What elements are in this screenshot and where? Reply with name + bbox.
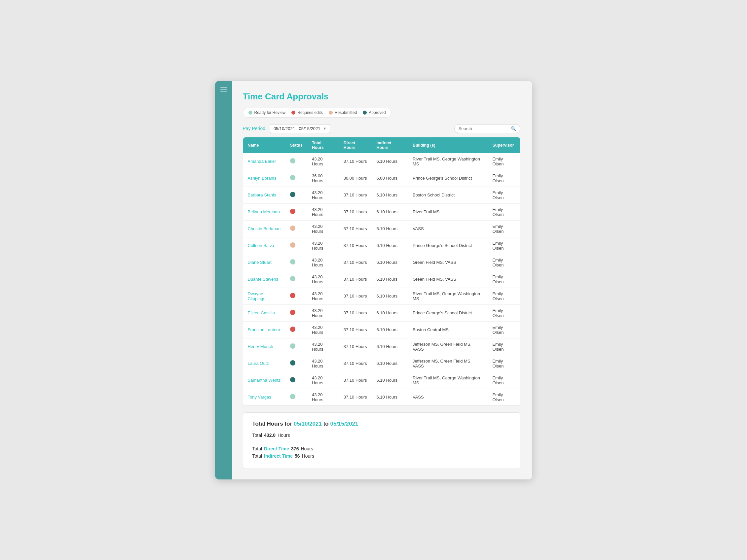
cell-indirect: 6.10 Hours xyxy=(372,153,408,170)
table-row: Dwayne Clippings 43.20 Hours 37.10 Hours… xyxy=(243,288,520,304)
toolbar: Pay Period: 05/10/2021 - 05/15/2021 ▼ 🔍 xyxy=(243,124,520,137)
legend-item-approved: Approved xyxy=(363,110,386,115)
cell-name[interactable]: Diane Stuart xyxy=(243,254,285,271)
totals-card: Total Hours for 05/10/2021 to 05/15/2021… xyxy=(243,412,520,469)
search-input[interactable] xyxy=(459,126,509,131)
direct-unit: Hours xyxy=(301,446,313,451)
table-row: Barbara Stanis 43.20 Hours 37.10 Hours 6… xyxy=(243,187,520,204)
legend: Ready for Review Requires edits Resubmit… xyxy=(243,108,391,117)
cell-indirect: 6.10 Hours xyxy=(372,338,408,355)
status-dot xyxy=(290,377,295,382)
cell-name[interactable]: Barbara Stanis xyxy=(243,187,285,204)
cell-indirect: 6.10 Hours xyxy=(372,389,408,405)
cell-name[interactable]: Christie Berkman xyxy=(243,220,285,237)
table-row: Samantha Wentz 43.20 Hours 37.10 Hours 6… xyxy=(243,372,520,389)
legend-label-ready: Ready for Review xyxy=(254,110,286,115)
cell-status xyxy=(285,170,307,187)
cell-direct: 37.10 Hours xyxy=(339,220,372,237)
totals-date-to-word: to xyxy=(324,421,329,427)
status-dot xyxy=(290,158,295,163)
table-row: Laura Outz 43.20 Hours 37.10 Hours 6.10 … xyxy=(243,355,520,372)
name-link[interactable]: Laura Outz xyxy=(248,361,269,366)
name-link[interactable]: Dwayne Clippings xyxy=(248,291,265,301)
cell-building: Green Field MS, VASS xyxy=(408,271,488,288)
name-link[interactable]: Colleen Salva xyxy=(248,243,274,248)
cell-name[interactable]: Henry Munch xyxy=(243,338,285,355)
name-link[interactable]: Ashlyn Boranis xyxy=(248,176,277,181)
legend-dot-requires xyxy=(291,111,295,114)
cell-supervisor: Emily Olsen xyxy=(488,304,520,321)
cell-total: 43.20 Hours xyxy=(307,288,339,304)
status-dot xyxy=(290,276,295,281)
name-link[interactable]: Christie Berkman xyxy=(248,226,281,231)
cell-total: 43.20 Hours xyxy=(307,304,339,321)
menu-icon[interactable] xyxy=(221,87,227,91)
cell-building: River Trail MS, George Washington MS xyxy=(408,372,488,389)
cell-total: 43.20 Hours xyxy=(307,187,339,204)
cell-status xyxy=(285,304,307,321)
table-row: Francine Lantern 43.20 Hours 37.10 Hours… xyxy=(243,321,520,338)
col-status: Status xyxy=(285,137,307,153)
cell-name[interactable]: Amanda Baker xyxy=(243,153,285,170)
totals-title: Total Hours for 05/10/2021 to 05/15/2021 xyxy=(252,421,511,427)
cell-name[interactable]: Samantha Wentz xyxy=(243,372,285,389)
cell-total: 43.20 Hours xyxy=(307,355,339,372)
status-dot xyxy=(290,343,295,349)
indirect-unit: Hours xyxy=(302,453,314,459)
cell-total: 43.20 Hours xyxy=(307,237,339,254)
total-value: 432.0 xyxy=(264,432,276,438)
cell-name[interactable]: Dwayne Clippings xyxy=(243,288,285,304)
name-link[interactable]: Amanda Baker xyxy=(248,159,276,164)
cell-building: VASS xyxy=(408,389,488,405)
cell-direct: 37.10 Hours xyxy=(339,153,372,170)
cell-name[interactable]: Belinda Mercado xyxy=(243,204,285,220)
app-window: Time Card Approvals Ready for Review Req… xyxy=(215,81,532,479)
status-dot xyxy=(290,209,295,214)
name-link[interactable]: Eileen Castillo xyxy=(248,310,275,315)
table-row: Eileen Castillo 43.20 Hours 37.10 Hours … xyxy=(243,304,520,321)
cell-building: River Trail MS xyxy=(408,204,488,220)
main-content: Time Card Approvals Ready for Review Req… xyxy=(232,81,532,479)
cell-building: Prince George's School District xyxy=(408,170,488,187)
indirect-value: 56 xyxy=(295,453,300,459)
col-building--s-: Building (s) xyxy=(408,137,488,153)
cell-name[interactable]: Laura Outz xyxy=(243,355,285,372)
legend-label-requires: Requires edits xyxy=(297,110,323,115)
totals-label-prefix: Total Hours for xyxy=(252,421,292,427)
cell-building: River Trail MS, George Washington MS xyxy=(408,288,488,304)
totals-direct-row: Total Direct Time 376 Hours xyxy=(252,446,511,451)
legend-item-ready: Ready for Review xyxy=(249,110,286,115)
cell-name[interactable]: Eileen Castillo xyxy=(243,304,285,321)
name-link[interactable]: Samantha Wentz xyxy=(248,378,281,383)
cell-direct: 30.00 Hours xyxy=(339,170,372,187)
status-dot xyxy=(290,360,295,366)
cell-name[interactable]: Duante Stevens xyxy=(243,271,285,288)
pay-period-value: 05/10/2021 - 05/15/2021 xyxy=(274,126,320,131)
cell-supervisor: Emily Olsen xyxy=(488,389,520,405)
cell-status xyxy=(285,321,307,338)
direct-label-colored: Direct Time xyxy=(264,446,289,451)
sidebar xyxy=(215,81,232,479)
cell-name[interactable]: Ashlyn Boranis xyxy=(243,170,285,187)
name-link[interactable]: Barbara Stanis xyxy=(248,192,276,197)
cell-building: Boston Central MS xyxy=(408,321,488,338)
name-link[interactable]: Francine Lantern xyxy=(248,327,280,332)
legend-item-resubmitted: Resubmitted xyxy=(329,110,357,115)
name-link[interactable]: Tony Vargas xyxy=(248,395,271,400)
status-dot xyxy=(290,293,295,298)
data-table-wrapper: NameStatusTotal HoursDirect HoursIndirec… xyxy=(243,137,520,406)
name-link[interactable]: Belinda Mercado xyxy=(248,209,280,214)
cell-building: Jefferson MS, Green Field MS, VASS xyxy=(408,355,488,372)
cell-total: 43.20 Hours xyxy=(307,254,339,271)
cell-direct: 37.10 Hours xyxy=(339,389,372,405)
cell-supervisor: Emily Olsen xyxy=(488,338,520,355)
name-link[interactable]: Diane Stuart xyxy=(248,260,272,265)
legend-dot-resubmitted xyxy=(329,111,333,114)
cell-indirect: 6.10 Hours xyxy=(372,204,408,220)
name-link[interactable]: Henry Munch xyxy=(248,344,273,349)
cell-name[interactable]: Francine Lantern xyxy=(243,321,285,338)
name-link[interactable]: Duante Stevens xyxy=(248,277,279,282)
cell-name[interactable]: Colleen Salva xyxy=(243,237,285,254)
cell-name[interactable]: Tony Vargas xyxy=(243,389,285,405)
pay-period-dropdown[interactable]: 05/10/2021 - 05/15/2021 ▼ xyxy=(270,124,330,133)
